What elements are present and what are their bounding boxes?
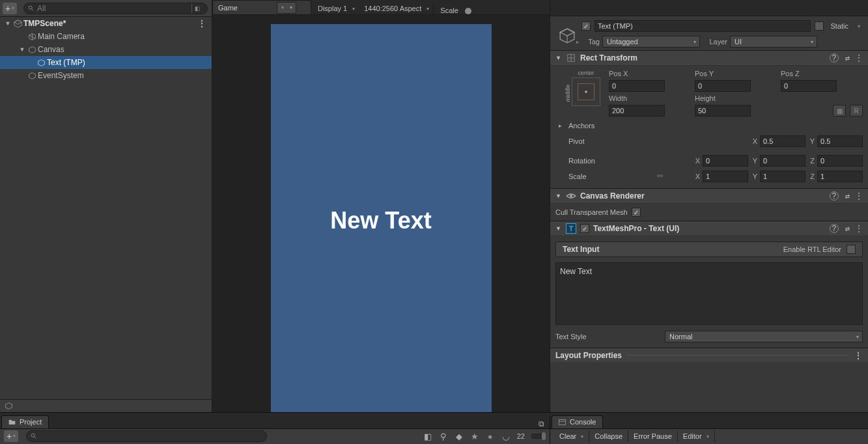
thumbnail-size-slider[interactable] bbox=[531, 434, 546, 439]
cull-checkbox[interactable]: ✓ bbox=[632, 208, 641, 217]
tab-game[interactable]: Game▾ bbox=[212, 0, 311, 14]
svg-marker-12 bbox=[560, 29, 574, 36]
tag-dropdown[interactable]: Untagged bbox=[602, 36, 700, 48]
text-style-dropdown[interactable]: Normal bbox=[665, 331, 863, 342]
rotation-x-input[interactable] bbox=[703, 155, 748, 167]
component-header-canvas-renderer[interactable]: ▼ Canvas Renderer ? ⇄ ⋮ bbox=[550, 188, 868, 204]
inspector-panel: ▸ ✓ Static ▾ Tag Untagged Layer UI bbox=[550, 0, 868, 412]
aspect-dropdown[interactable]: 1440:2560 Aspect bbox=[359, 3, 434, 14]
hierarchy-item-canvas[interactable]: ▼ Canvas bbox=[0, 43, 212, 56]
scale-slider-handle[interactable] bbox=[465, 8, 471, 14]
popout-icon[interactable]: ⧉ bbox=[539, 419, 544, 428]
constrain-link-icon[interactable]: ⚯ bbox=[657, 172, 666, 181]
posx-input[interactable] bbox=[609, 80, 665, 92]
foldout-icon[interactable]: ▼ bbox=[555, 193, 562, 199]
help-icon[interactable]: ? bbox=[830, 53, 839, 62]
hidden-icon[interactable]: ◡ bbox=[500, 430, 512, 442]
search-full-icon[interactable]: ◧ bbox=[422, 430, 434, 442]
rotation-z-input[interactable] bbox=[817, 155, 863, 167]
clear-button[interactable]: Clear bbox=[554, 430, 589, 442]
game-view-panel: Game▾ Display 1 1440:2560 Aspect Scale N… bbox=[212, 0, 550, 412]
hierarchy-item-main-camera[interactable]: Main Camera bbox=[0, 30, 212, 43]
foldout-icon[interactable]: ▼ bbox=[4, 20, 12, 27]
anchor-preset-button[interactable]: center middle bbox=[568, 70, 604, 117]
error-pause-button[interactable]: Error Pause bbox=[628, 430, 678, 442]
cull-label: Cull Transparent Mesh bbox=[555, 208, 628, 216]
component-header-textmeshpro[interactable]: ▼ T ✓ TextMeshPro - Text (UI) ? ⇄ ⋮ bbox=[550, 221, 868, 236]
filter-by-label-icon[interactable]: ⚲ bbox=[438, 430, 449, 442]
tab-project[interactable]: Project bbox=[1, 415, 49, 428]
height-label: Height bbox=[695, 94, 777, 102]
component-menu-icon[interactable]: ⋮ bbox=[855, 53, 863, 62]
blueprint-mode-button[interactable]: ▦ bbox=[833, 105, 846, 117]
hierarchy-item-label: Main Camera bbox=[38, 32, 85, 41]
posz-input[interactable] bbox=[781, 80, 837, 92]
project-search-input[interactable] bbox=[26, 430, 267, 442]
tab-console[interactable]: Console bbox=[552, 415, 603, 428]
preset-icon[interactable]: ⇄ bbox=[845, 224, 848, 233]
width-input[interactable] bbox=[609, 105, 665, 117]
posy-label: Pos Y bbox=[695, 70, 777, 77]
posy-input[interactable] bbox=[695, 80, 751, 92]
component-menu-icon[interactable]: ⋮ bbox=[855, 191, 863, 201]
error-icon[interactable]: ● bbox=[484, 430, 496, 442]
tmp-text-textarea[interactable] bbox=[555, 262, 863, 325]
help-icon[interactable]: ? bbox=[830, 224, 839, 233]
scale-z-input[interactable] bbox=[817, 171, 863, 182]
foldout-icon[interactable]: ▼ bbox=[555, 225, 562, 232]
active-checkbox[interactable]: ✓ bbox=[581, 21, 591, 31]
foldout-icon[interactable]: ▼ bbox=[555, 55, 562, 61]
unity-logo-icon bbox=[13, 19, 22, 28]
posx-label: Pos X bbox=[609, 70, 691, 77]
scale-x-input[interactable] bbox=[703, 171, 748, 182]
pivot-x-input[interactable] bbox=[760, 135, 805, 147]
favorite-icon[interactable]: ★ bbox=[469, 430, 481, 442]
hierarchy-scene-row[interactable]: ▼ TMPScene* ⋮ bbox=[0, 17, 212, 30]
anchor-h-label: center bbox=[578, 70, 594, 76]
scene-name: TMPScene* bbox=[23, 19, 66, 28]
pivot-y-input[interactable] bbox=[817, 135, 863, 147]
static-dropdown-icon[interactable]: ▾ bbox=[855, 23, 863, 29]
hierarchy-item-text-tmp[interactable]: Text (TMP) bbox=[0, 56, 212, 69]
svg-marker-9 bbox=[29, 72, 35, 79]
display-dropdown[interactable]: Display 1 bbox=[313, 3, 359, 14]
component-enable-checkbox[interactable]: ✓ bbox=[580, 224, 589, 233]
foldout-icon[interactable]: ▸ bbox=[555, 122, 565, 129]
rect-transform-icon bbox=[566, 53, 576, 63]
svg-marker-10 bbox=[5, 402, 12, 409]
hierarchy-create-button[interactable]: + bbox=[3, 3, 17, 14]
help-icon[interactable]: ? bbox=[830, 191, 839, 201]
btn-label: Clear bbox=[559, 432, 576, 440]
filter-by-type-icon[interactable]: ◆ bbox=[453, 430, 465, 442]
rotation-y-input[interactable] bbox=[760, 155, 805, 167]
hierarchy-item-eventsystem[interactable]: EventSystem bbox=[0, 69, 212, 82]
static-checkbox[interactable] bbox=[815, 21, 824, 31]
project-create-button[interactable]: + bbox=[4, 430, 18, 442]
foldout-icon[interactable]: ▼ bbox=[18, 46, 26, 53]
component-menu-icon[interactable]: ⋮ bbox=[855, 224, 863, 233]
raw-edit-button[interactable]: R bbox=[850, 105, 863, 117]
hierarchy-search-input[interactable]: All ◧ bbox=[23, 3, 208, 14]
hierarchy-item-label: EventSystem bbox=[38, 71, 84, 80]
menu-icon[interactable]: ⋮ bbox=[854, 351, 863, 360]
svg-marker-3 bbox=[14, 20, 21, 24]
component-header-rect-transform[interactable]: ▼ Rect Transform ? ⇄ ⋮ bbox=[550, 50, 868, 66]
preset-icon[interactable]: ⇄ bbox=[845, 191, 848, 201]
height-input[interactable] bbox=[695, 105, 751, 117]
search-type-icon[interactable]: ◧ bbox=[191, 4, 203, 13]
layer-dropdown[interactable]: UI bbox=[730, 36, 817, 48]
dropdown-icon[interactable]: ▾ bbox=[277, 2, 296, 14]
rtl-checkbox[interactable] bbox=[847, 245, 856, 254]
scene-menu-icon[interactable]: ⋮ bbox=[198, 19, 206, 28]
preset-icon[interactable]: ⇄ bbox=[845, 53, 848, 62]
editor-dropdown[interactable]: Editor bbox=[678, 430, 715, 442]
layout-properties-header[interactable]: Layout Properties ⋮ bbox=[550, 348, 868, 362]
scale-y-input[interactable] bbox=[760, 171, 805, 182]
gameobject-name-input[interactable] bbox=[595, 20, 811, 32]
dropdown-icon[interactable]: ▸ bbox=[576, 39, 579, 45]
component-title: TextMeshPro - Text (UI) bbox=[593, 224, 679, 233]
gameobject-icon[interactable] bbox=[557, 25, 578, 46]
collapse-button[interactable]: Collapse bbox=[589, 430, 628, 442]
layout-properties-label: Layout Properties bbox=[555, 351, 622, 360]
search-icon bbox=[31, 433, 37, 439]
